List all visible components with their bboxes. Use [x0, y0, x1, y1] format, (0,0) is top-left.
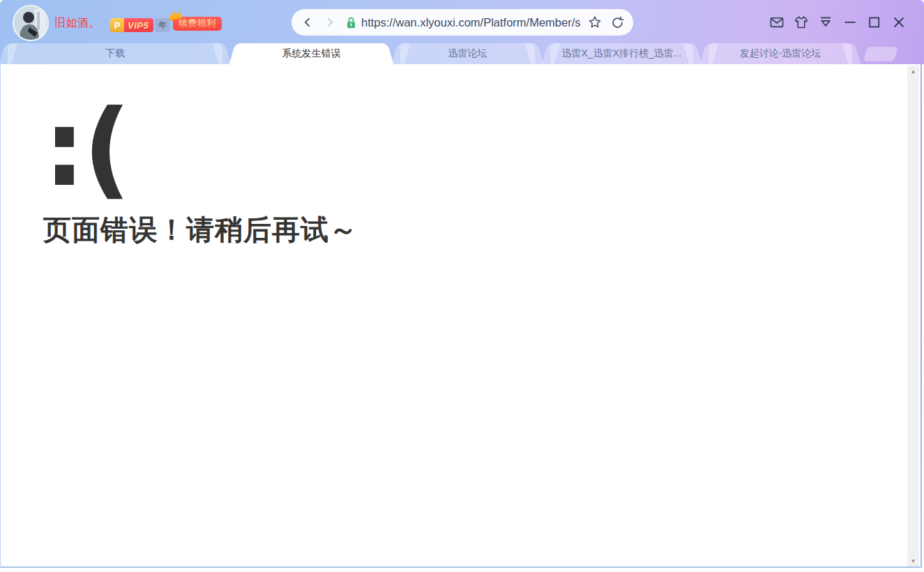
top-bar: 旧如酒。 P VIP5 年 续费福利	[0, 0, 924, 43]
minimize-button[interactable]	[843, 15, 857, 29]
browser-chrome: 旧如酒。 P VIP5 年 续费福利	[0, 0, 924, 64]
download-tray-icon	[819, 15, 833, 29]
t-shirt-icon	[794, 15, 808, 29]
window-border-left	[0, 64, 1, 567]
lock-icon	[345, 16, 357, 29]
scroll-up-arrow[interactable]: ▲	[907, 66, 919, 77]
platinum-icon: P	[110, 18, 124, 32]
tab-label: 系统发生错误	[282, 47, 341, 60]
skin-button[interactable]	[794, 15, 808, 29]
mail-button[interactable]	[770, 15, 784, 29]
refresh-icon	[611, 16, 624, 29]
tab-label: 迅雷X_迅雷X排行榜_迅雷...	[562, 47, 682, 60]
address-bar[interactable]: https://wan.xlyouxi.com/Platform/Member/…	[291, 9, 633, 36]
tab-start-discussion[interactable]: 发起讨论-迅雷论坛	[701, 43, 860, 64]
tab-download[interactable]: 下载	[0, 43, 230, 64]
bookmark-button[interactable]	[588, 15, 602, 29]
tab-thunder-forum[interactable]: 迅雷论坛	[393, 43, 543, 64]
maximize-button[interactable]	[868, 15, 881, 29]
maximize-icon	[868, 15, 881, 29]
vertical-scrollbar[interactable]: ▲ ▼	[907, 66, 919, 566]
star-icon	[588, 15, 602, 29]
close-button[interactable]	[892, 15, 906, 29]
tab-thunder-x-ranking[interactable]: 迅雷X_迅雷X排行榜_迅雷...	[543, 43, 701, 64]
user-avatar[interactable]	[13, 5, 49, 41]
back-button[interactable]	[301, 15, 315, 29]
tab-label: 下载	[105, 47, 125, 60]
refresh-button[interactable]	[610, 15, 624, 29]
scroll-down-arrow[interactable]: ▼	[907, 555, 919, 566]
avatar-photo	[14, 6, 47, 40]
chrome-right-controls	[770, 15, 906, 29]
error-page-content: :( 页面错误！请稍后再试～	[0, 64, 907, 566]
tab-strip: 下载 系统发生错误 迅雷论坛 迅雷X_迅雷X排行榜_迅雷... 发起讨论-迅雷论…	[0, 43, 896, 64]
new-tab-button[interactable]	[863, 47, 898, 61]
mail-icon	[770, 15, 784, 29]
browser-window: 旧如酒。 P VIP5 年 续费福利	[0, 0, 924, 572]
window-border-right	[921, 4, 922, 568]
url-text[interactable]: https://wan.xlyouxi.com/Platform/Member/…	[361, 16, 584, 29]
minimize-icon	[843, 15, 857, 29]
chevron-right-icon	[324, 16, 336, 29]
window-border-bottom	[0, 566, 922, 568]
tab-label: 发起讨论-迅雷论坛	[740, 47, 821, 60]
sad-face-emoticon: :(	[43, 96, 907, 201]
vip-level-label: VIP5	[124, 18, 153, 32]
forward-button[interactable]	[323, 15, 337, 29]
close-icon	[892, 15, 906, 29]
downloads-button[interactable]	[819, 15, 833, 29]
tab-label: 迅雷论坛	[448, 47, 487, 60]
username[interactable]: 旧如酒。	[54, 16, 100, 31]
vip-badge[interactable]: P VIP5	[110, 18, 153, 32]
renew-benefits-button[interactable]: 续费福利	[173, 17, 222, 31]
chevron-left-icon	[301, 16, 314, 29]
tab-system-error[interactable]: 系统发生错误	[230, 43, 393, 64]
error-message: 页面错误！请稍后再试～	[43, 211, 907, 249]
